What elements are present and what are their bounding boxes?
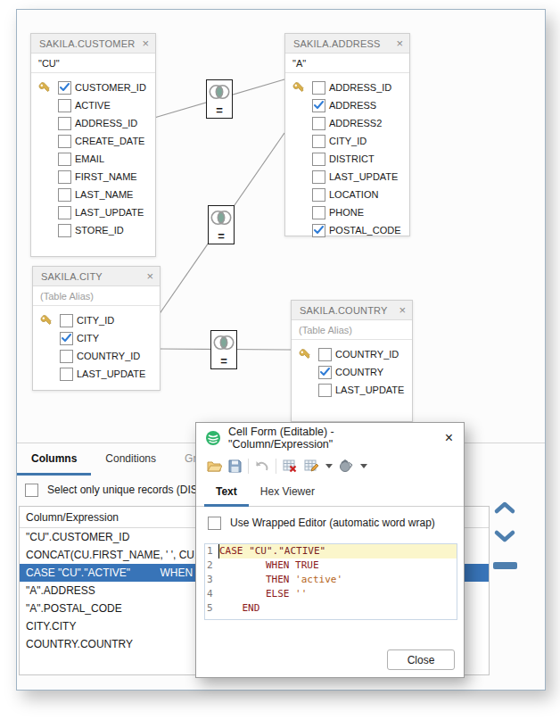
tab-columns[interactable]: Columns	[17, 443, 91, 476]
table-field-row: FIRST_NAME	[31, 168, 155, 186]
table-field-row: LAST_UPDATE	[31, 203, 155, 221]
field-checkbox[interactable]	[58, 117, 71, 130]
table-close-icon[interactable]: ×	[146, 270, 153, 282]
field-checkbox[interactable]	[58, 153, 71, 166]
field-checkbox[interactable]	[312, 224, 325, 237]
line-number: 1	[205, 544, 218, 558]
table-close-icon[interactable]: ×	[142, 37, 149, 49]
field-checkbox[interactable]	[58, 170, 71, 184]
line-number: 4	[205, 587, 218, 601]
dialog-toolbar	[196, 453, 464, 478]
undo-icon[interactable]	[255, 459, 269, 472]
editor-line: 2 WHEN TRUE	[205, 558, 457, 573]
sql-text-editor[interactable]: 1CASE "CU"."ACTIVE"2 WHEN TRUE3 THEN 'ac…	[204, 543, 457, 620]
field-label: CITY_ID	[77, 315, 114, 326]
field-checkbox[interactable]	[58, 81, 71, 95]
table-field-row: CREATE_DATE	[31, 132, 155, 150]
field-label: PHONE	[329, 207, 364, 218]
line-code: ELSE ''	[218, 587, 457, 601]
dialog-tabs: Text Hex Viewer	[196, 478, 464, 507]
field-label: STORE_ID	[75, 225, 124, 236]
table-field-row: ADDRESS_ID	[285, 79, 409, 96]
table-close-icon[interactable]: ×	[399, 304, 406, 316]
table-alias-input[interactable]: "CU"	[31, 54, 155, 73]
table-alias-input[interactable]: (Table Alias)	[292, 320, 412, 340]
field-checkbox[interactable]	[312, 206, 325, 219]
edit-options-dropdown-icon[interactable]	[325, 464, 333, 468]
field-checkbox[interactable]	[312, 188, 325, 202]
table-field-row: CITY_ID	[33, 311, 160, 329]
editor-line: 3 THEN 'active'	[205, 573, 457, 587]
join-node-address-city[interactable]: =	[208, 205, 235, 244]
table-field-row: ADDRESS2	[285, 114, 409, 132]
field-checkbox[interactable]	[60, 332, 73, 345]
transform-options-dropdown-icon[interactable]	[360, 464, 367, 468]
field-checkbox[interactable]	[60, 314, 73, 327]
table-close-icon[interactable]: ×	[396, 37, 403, 49]
field-checkbox[interactable]	[58, 99, 71, 112]
wrap-editor-checkbox[interactable]	[208, 517, 221, 530]
field-checkbox[interactable]	[318, 348, 332, 361]
field-checkbox[interactable]	[60, 368, 73, 381]
field-checkbox[interactable]	[312, 99, 325, 112]
table-alias-input[interactable]: "A"	[285, 54, 409, 73]
editor-line: 4 ELSE ''	[205, 587, 457, 601]
field-checkbox[interactable]	[58, 135, 71, 148]
table-field-row: LAST_UPDATE	[292, 381, 412, 399]
table-card-city: SAKILA.CITY×(Table Alias)CITY_IDCITYCOUN…	[32, 266, 161, 391]
move-column-down-button[interactable]	[493, 529, 516, 546]
edit-cell-value-icon[interactable]	[304, 459, 319, 473]
inner-join-icon	[208, 84, 231, 100]
field-checkbox[interactable]	[312, 170, 325, 184]
table-card-country: SAKILA.COUNTRY×(Table Alias)COUNTRY_IDCO…	[291, 300, 413, 422]
table-title: SAKILA.COUNTRY	[300, 305, 399, 316]
tab-conditions[interactable]: Conditions	[91, 443, 170, 476]
join-node-customer-address[interactable]: =	[206, 79, 233, 119]
tab-hex-viewer-label: Hex Viewer	[260, 485, 315, 498]
field-checkbox[interactable]	[318, 384, 332, 397]
field-checkbox[interactable]	[312, 135, 325, 148]
table-field-row: LAST_UPDATE	[33, 365, 160, 383]
checkmark-icon	[62, 334, 71, 343]
join-node-city-country[interactable]: =	[210, 330, 237, 369]
field-checkbox[interactable]	[318, 366, 332, 379]
editor-line: 5 END	[205, 601, 457, 616]
field-checkbox[interactable]	[58, 188, 71, 202]
delete-cell-value-icon[interactable]	[283, 459, 298, 473]
line-code: WHEN TRUE	[218, 558, 457, 573]
distinct-checkbox[interactable]	[25, 484, 38, 497]
field-checkbox[interactable]	[312, 117, 325, 130]
move-column-up-button[interactable]	[493, 500, 516, 517]
dialog-close-icon[interactable]: ×	[445, 431, 453, 445]
checkmark-icon	[314, 101, 324, 110]
field-label: POSTAL_CODE	[329, 225, 401, 236]
key-icon-slot	[285, 82, 312, 94]
table-field-row: DISTRICT	[285, 150, 409, 168]
tab-text[interactable]: Text	[204, 478, 249, 507]
remove-column-button[interactable]	[493, 562, 517, 569]
field-label: CREATE_DATE	[75, 136, 144, 146]
field-checkbox[interactable]	[312, 153, 325, 166]
field-checkbox[interactable]	[312, 81, 325, 95]
table-header: SAKILA.CUSTOMER×	[31, 34, 155, 54]
table-field-row: POSTAL_CODE	[285, 221, 409, 239]
table-card-address: SAKILA.ADDRESS×"A"ADDRESS_IDADDRESSADDRE…	[284, 33, 410, 236]
field-checkbox[interactable]	[58, 224, 71, 237]
open-file-icon[interactable]	[207, 459, 222, 473]
table-field-list: CUSTOMER_IDACTIVEADDRESS_IDCREATE_DATEEM…	[31, 73, 155, 243]
field-checkbox[interactable]	[58, 206, 71, 219]
save-icon[interactable]	[228, 459, 242, 473]
cell-form-dialog: Cell Form (Editable) - "Column/Expressio…	[195, 422, 465, 678]
editor-line: 1CASE "CU"."ACTIVE"	[205, 544, 457, 558]
table-field-row: LAST_UPDATE	[285, 168, 409, 186]
table-alias-input[interactable]: (Table Alias)	[33, 286, 160, 306]
primary-key-icon	[292, 82, 305, 94]
table-field-row: EMAIL	[31, 150, 155, 168]
table-header: SAKILA.ADDRESS×	[285, 34, 409, 54]
field-checkbox[interactable]	[60, 350, 73, 363]
chevron-down-icon	[493, 529, 516, 543]
table-field-row: CITY	[33, 329, 160, 347]
close-button[interactable]: Close	[387, 649, 455, 670]
tab-hex-viewer[interactable]: Hex Viewer	[249, 478, 326, 507]
transform-value-icon[interactable]	[339, 459, 354, 473]
